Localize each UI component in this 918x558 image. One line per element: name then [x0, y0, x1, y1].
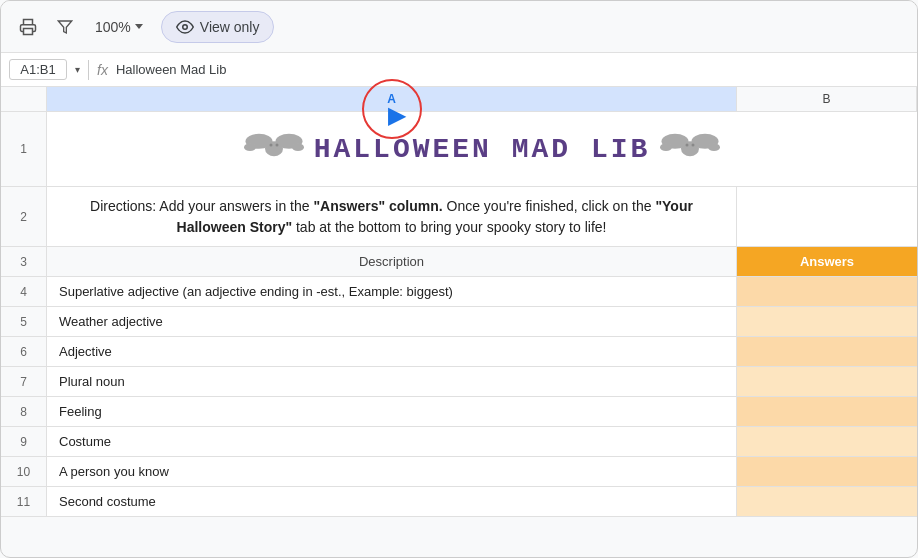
- row-num-4: 4: [1, 277, 47, 306]
- row-num-10: 10: [1, 457, 47, 486]
- desc-9: Costume: [47, 427, 737, 456]
- formula-divider: [88, 60, 89, 80]
- directions-cell: Directions: Add your answers in the "Ans…: [47, 187, 737, 246]
- answers-header: Answers: [737, 247, 917, 276]
- bat-left-icon: [244, 125, 304, 174]
- spreadsheet: A ▶ B 1: [1, 87, 917, 517]
- answer-11[interactable]: [737, 487, 917, 516]
- row-10: 10 A person you know: [1, 457, 917, 487]
- desc-6: Adjective: [47, 337, 737, 366]
- halloween-title: HALLOWEEN MAD LIB: [314, 134, 651, 165]
- answer-4[interactable]: [737, 277, 917, 306]
- print-button[interactable]: [15, 14, 41, 40]
- svg-point-7: [292, 143, 304, 151]
- cell-ref-dropdown[interactable]: ▾: [75, 64, 80, 75]
- row-11: 11 Second costume: [1, 487, 917, 517]
- row-num-2: 2: [1, 187, 47, 246]
- svg-point-14: [708, 143, 720, 151]
- filter-button[interactable]: [53, 15, 77, 39]
- row-4: 4 Superlative adjective (an adjective en…: [1, 277, 917, 307]
- directions-text: Directions: Add your answers in the "Ans…: [67, 196, 716, 238]
- row-1: 1 HALLOWEEN MAD LIB: [1, 112, 917, 187]
- desc-11: Second costume: [47, 487, 737, 516]
- row-num-3: 3: [1, 247, 47, 276]
- desc-4: Superlative adjective (an adjective endi…: [47, 277, 737, 306]
- row-num-6: 6: [1, 337, 47, 366]
- row-num-11: 11: [1, 487, 47, 516]
- zoom-value: 100%: [95, 19, 131, 35]
- description-header: Description: [47, 247, 737, 276]
- column-header-row: A ▶ B: [1, 87, 917, 112]
- toolbar: 100% View only: [1, 1, 917, 53]
- row-num-1: 1: [1, 112, 47, 186]
- row-num-5: 5: [1, 307, 47, 336]
- row-2: 2 Directions: Add your answers in the "A…: [1, 187, 917, 247]
- svg-point-8: [269, 143, 272, 146]
- col-header-a: A ▶: [47, 87, 737, 111]
- svg-point-13: [660, 143, 672, 151]
- svg-point-6: [244, 143, 256, 151]
- answers-emphasis: "Answers" column.: [313, 198, 442, 214]
- row-6: 6 Adjective: [1, 337, 917, 367]
- desc-5: Weather adjective: [47, 307, 737, 336]
- desc-8: Feeling: [47, 397, 737, 426]
- svg-point-9: [275, 143, 278, 146]
- answer-9[interactable]: [737, 427, 917, 456]
- row-8: 8 Feeling: [1, 397, 917, 427]
- title-content: HALLOWEEN MAD LIB: [244, 125, 721, 174]
- row-5: 5 Weather adjective: [1, 307, 917, 337]
- view-only-label: View only: [200, 19, 260, 35]
- svg-marker-1: [58, 21, 71, 33]
- desc-7: Plural noun: [47, 367, 737, 396]
- row-3-header: 3 Description Answers: [1, 247, 917, 277]
- row-num-7: 7: [1, 367, 47, 396]
- row-9: 9 Costume: [1, 427, 917, 457]
- answer-8[interactable]: [737, 397, 917, 426]
- answer-7[interactable]: [737, 367, 917, 396]
- bat-right-icon: [660, 125, 720, 174]
- view-only-button[interactable]: View only: [161, 11, 275, 43]
- zoom-chevron-icon: [135, 24, 143, 29]
- fx-label: fx: [97, 62, 108, 78]
- svg-point-2: [183, 24, 188, 29]
- zoom-control[interactable]: 100%: [89, 15, 149, 39]
- row-2-answer-cell: [737, 187, 917, 246]
- svg-rect-0: [24, 28, 33, 34]
- col-header-b: B: [737, 87, 917, 111]
- answer-5[interactable]: [737, 307, 917, 336]
- answer-10[interactable]: [737, 457, 917, 486]
- row-num-9: 9: [1, 427, 47, 456]
- desc-10: A person you know: [47, 457, 737, 486]
- cell-reference: A1:B1: [9, 59, 67, 80]
- answer-6[interactable]: [737, 337, 917, 366]
- formula-bar: A1:B1 ▾ fx Halloween Mad Lib: [1, 53, 917, 87]
- svg-point-15: [686, 143, 689, 146]
- formula-content: Halloween Mad Lib: [116, 62, 909, 77]
- row-7: 7 Plural noun: [1, 367, 917, 397]
- row-num-8: 8: [1, 397, 47, 426]
- title-cell: HALLOWEEN MAD LIB: [47, 112, 917, 186]
- corner-cell: [1, 87, 47, 111]
- svg-point-16: [692, 143, 695, 146]
